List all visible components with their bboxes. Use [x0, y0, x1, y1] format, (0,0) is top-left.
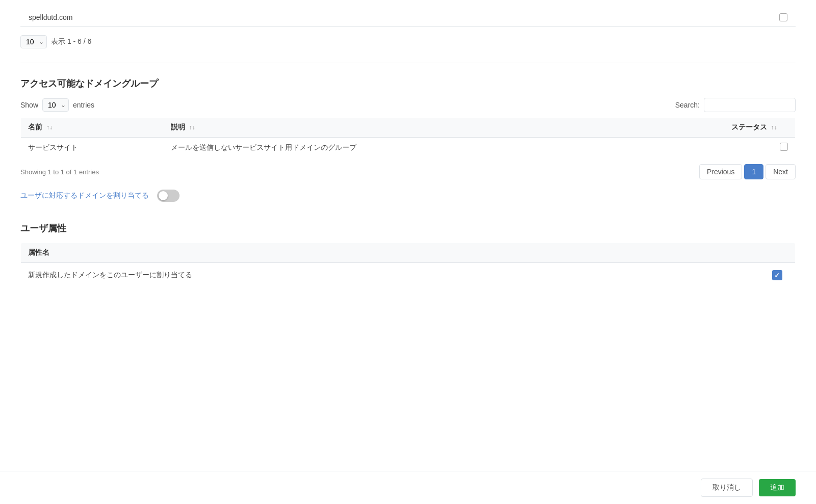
entries-per-page-dropdown[interactable]: 10 25 50: [42, 98, 69, 112]
col-status-header[interactable]: ステータス ↑↓: [724, 118, 796, 138]
col-description-sort-icon[interactable]: ↑↓: [189, 124, 195, 131]
next-button[interactable]: Next: [766, 164, 796, 179]
attr-checkbox-checked[interactable]: [772, 270, 782, 280]
pagination-wrapper: Showing 1 to 1 of 1 entries Previous 1 N…: [20, 164, 796, 179]
show-label: Show: [20, 101, 38, 109]
cancel-button[interactable]: 取り消し: [701, 479, 753, 497]
col-name-label: 名前: [28, 123, 42, 131]
row-description-cell: メールを送信しないサービスサイト用ドメインのグループ: [164, 138, 724, 158]
col-name-header[interactable]: 名前 ↑↓: [21, 118, 164, 138]
row-status-cell[interactable]: [724, 138, 796, 158]
domain-groups-title: アクセス可能なドメイングループ: [20, 77, 796, 90]
col-description-label: 説明: [171, 123, 185, 131]
search-label: Search:: [675, 101, 700, 109]
assign-domain-toggle[interactable]: [157, 190, 180, 202]
col-description-header[interactable]: 説明 ↑↓: [164, 118, 724, 138]
entries-label: entries: [73, 101, 94, 109]
previous-button[interactable]: Previous: [699, 164, 742, 179]
table-row: サービスサイト メールを送信しないサービスサイト用ドメインのグループ: [21, 138, 796, 158]
showing-text: Showing 1 to 1 of 1 entries: [20, 168, 99, 176]
user-attributes-section: ユーザ属性 属性名 新規作成したドメインをこのユーザーに割り当てる: [20, 222, 796, 288]
footer-actions: 取り消し 追加: [0, 471, 816, 504]
add-button[interactable]: 追加: [759, 479, 796, 496]
user-attributes-title: ユーザ属性: [20, 222, 796, 234]
top-domain-name: spelldutd.com: [20, 8, 771, 26]
pagination-buttons: Previous 1 Next: [699, 164, 796, 179]
toggle-thumb: [159, 191, 168, 200]
show-entries: Show 10 25 50 entries: [20, 98, 94, 112]
top-per-page-select: 10 25 50: [20, 35, 47, 48]
search-input[interactable]: [704, 98, 796, 112]
col-status-label: ステータス: [731, 123, 767, 131]
domain-checkbox-unchecked[interactable]: [779, 13, 787, 21]
page-1-button[interactable]: 1: [744, 164, 763, 179]
attributes-table: 属性名 新規作成したドメインをこのユーザーに割り当てる: [20, 243, 796, 288]
col-name-sort-icon[interactable]: ↑↓: [46, 124, 53, 131]
attr-name-cell: 新規作成したドメインをこのユーザーに割り当てる: [21, 263, 765, 288]
table-controls: Show 10 25 50 entries Search:: [20, 98, 796, 112]
attr-col-name-header: 属性名: [21, 243, 765, 263]
attr-table-row: 新規作成したドメインをこのユーザーに割り当てる: [21, 263, 796, 288]
row-status-checkbox[interactable]: [780, 143, 788, 151]
attr-checkbox-cell[interactable]: [765, 263, 796, 288]
top-page-info: 表示 1 - 6 / 6: [51, 37, 91, 46]
top-domain-checkbox[interactable]: [771, 8, 796, 26]
attr-col-name-label: 属性名: [28, 248, 49, 256]
attr-col-action-header: [765, 243, 796, 263]
row-name-cell: サービスサイト: [21, 138, 164, 158]
search-group: Search:: [675, 98, 796, 112]
domain-groups-section: アクセス可能なドメイングループ Show 10 25 50 entries Se…: [20, 77, 796, 179]
col-status-sort-icon[interactable]: ↑↓: [771, 124, 777, 131]
top-per-page-dropdown[interactable]: 10 25 50: [20, 35, 47, 48]
domain-groups-table: 名前 ↑↓ 説明 ↑↓ ステータス ↑↓ サービスサイト メールを: [20, 117, 796, 158]
assign-domain-toggle-row: ユーザに対応するドメインを割り当てる: [20, 190, 796, 202]
assign-domain-label: ユーザに対応するドメインを割り当てる: [20, 191, 149, 200]
